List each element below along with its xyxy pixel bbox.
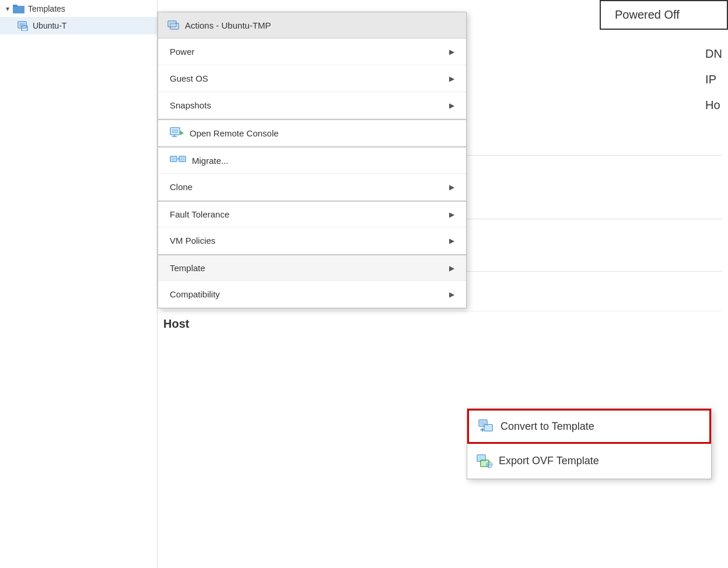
folder-icon (13, 3, 24, 13)
arrow-icon: ▶ (449, 101, 454, 110)
actions-icon (167, 19, 180, 31)
templates-label: Templates (28, 4, 65, 13)
sidebar-item-ubuntu-tmp[interactable]: Ubuntu-T (0, 17, 157, 34)
info-labels-partial: DN IP Ho (705, 41, 722, 118)
export-ovf-icon (477, 454, 493, 468)
convert-to-template-label: Convert to Template (501, 420, 594, 433)
powered-off-label: Powered Off (615, 8, 680, 21)
migrate-label: Migrate... (192, 156, 229, 166)
power-label: Power (170, 47, 195, 57)
template-label: Template (170, 263, 205, 273)
compatibility-label: Compatibility (170, 289, 220, 299)
sidebar-item-templates[interactable]: ▾ Templates (0, 0, 157, 17)
ip-label: IP (705, 66, 722, 92)
template-submenu: Convert to Template Export OVF Template (467, 408, 712, 479)
arrow-icon: ▶ (449, 183, 454, 191)
menu-item-fault-tolerance[interactable]: Fault Tolerance ▶ (158, 201, 466, 227)
vm-policies-label: VM Policies (170, 236, 215, 246)
snapshots-label: Snapshots (170, 100, 211, 110)
open-remote-console-label: Open Remote Console (190, 128, 279, 138)
arrow-icon: ▶ (449, 211, 454, 219)
remote-console-icon (170, 127, 184, 139)
menu-item-vm-policies[interactable]: VM Policies ▶ (158, 227, 466, 254)
menu-item-clone[interactable]: Clone ▶ (158, 174, 466, 201)
svg-rect-9 (169, 22, 175, 26)
export-ovf-label: Export OVF Template (499, 455, 599, 467)
context-menu-header: Actions - Ubuntu-TMP (158, 12, 466, 38)
powered-off-box: Powered Off (600, 0, 728, 30)
menu-item-migrate[interactable]: Migrate... (158, 146, 466, 174)
svg-rect-24 (485, 426, 492, 430)
dn-label: DN (705, 41, 722, 66)
ho-label: Ho (705, 92, 722, 118)
svg-rect-16 (172, 157, 176, 161)
submenu-item-export-ovf[interactable]: Export OVF Template (467, 444, 711, 479)
arrow-icon: ▶ (449, 237, 454, 245)
context-menu: Actions - Ubuntu-TMP Power ▶ Guest OS ▶ … (158, 12, 467, 308)
guest-os-label: Guest OS (170, 73, 208, 83)
submenu-item-convert-to-template[interactable]: Convert to Template (467, 409, 711, 444)
chevron-down-icon: ▾ (6, 5, 9, 13)
arrow-icon: ▶ (449, 290, 454, 299)
arrow-icon: ▶ (449, 75, 454, 83)
context-menu-title: Actions - Ubuntu-TMP (185, 20, 271, 30)
vm-template-icon (18, 20, 29, 31)
svg-rect-3 (13, 5, 18, 7)
migrate-icon (170, 155, 186, 166)
svg-rect-5 (19, 23, 25, 27)
svg-rect-18 (180, 157, 185, 161)
convert-template-icon (478, 419, 495, 433)
svg-rect-11 (172, 129, 178, 134)
ubuntu-tmp-label: Ubuntu-T (33, 21, 66, 30)
arrow-icon: ▶ (449, 264, 454, 272)
fault-tolerance-label: Fault Tolerance (170, 209, 229, 219)
svg-marker-14 (180, 131, 184, 135)
menu-item-compatibility[interactable]: Compatibility ▶ (158, 281, 466, 308)
host-label: Host (163, 311, 722, 336)
menu-item-open-remote-console[interactable]: Open Remote Console (158, 119, 466, 146)
menu-item-snapshots[interactable]: Snapshots ▶ (158, 92, 466, 119)
menu-item-power[interactable]: Power ▶ (158, 38, 466, 65)
menu-item-guest-os[interactable]: Guest OS ▶ (158, 65, 466, 92)
clone-label: Clone (170, 182, 192, 192)
menu-item-template[interactable]: Template ▶ (158, 254, 466, 281)
sidebar: ▾ Templates Ubuntu-T (0, 0, 158, 568)
arrow-icon: ▶ (449, 48, 454, 56)
